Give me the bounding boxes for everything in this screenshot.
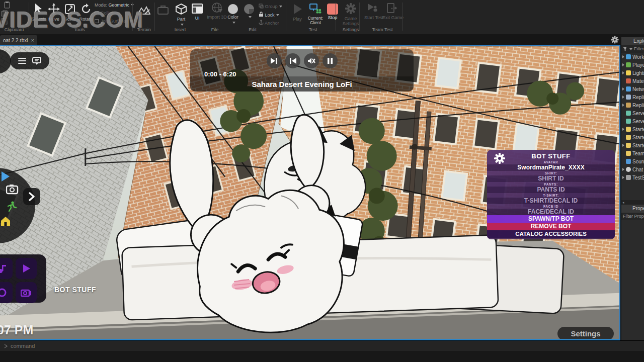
move-tool-button[interactable]: Move [46, 3, 61, 22]
expand-arrow-icon[interactable] [622, 104, 624, 107]
anchor-button[interactable]: Anchor [259, 20, 279, 26]
part-button[interactable]: Part [173, 3, 189, 27]
game-settings-button[interactable]: Settings [557, 327, 614, 340]
tree-item-replicatedfirst[interactable]: ReplicatedFirst [621, 93, 644, 101]
gear-icon[interactable] [611, 36, 619, 44]
tree-item-startergui[interactable]: StarterGui [621, 125, 644, 133]
tree-item-chat[interactable]: Chat [621, 165, 644, 173]
face-id-input[interactable]: FACE/DECAL ID [487, 209, 615, 215]
settings-label: Settings [571, 329, 600, 338]
toolbox-button[interactable] [157, 4, 169, 16]
expand-arrow-icon[interactable] [622, 71, 624, 74]
tree-item-starterpack[interactable]: StarterPack [621, 133, 644, 141]
tree-item-serverstorage[interactable]: ServerStorage [621, 117, 644, 125]
expand-arrow-icon[interactable] [622, 144, 624, 147]
tree-item-serverscriptservice[interactable]: ServerScriptService [621, 109, 644, 117]
tree-item-workspace[interactable]: Workspace [621, 53, 644, 61]
explorer-filter-input[interactable]: Filter [621, 45, 644, 53]
panel-tile-play[interactable] [16, 258, 37, 279]
command-input[interactable] [11, 343, 212, 349]
scale-tool-button[interactable]: Scale [62, 3, 77, 22]
game-viewport[interactable]: 0:00 - 6:20 Sahara Desert Evening LoFi B… [0, 45, 620, 340]
group-button[interactable]: Group [259, 4, 282, 9]
shirt-id-input[interactable]: SHIRT ID [487, 175, 615, 182]
catalog-accessories-button[interactable]: CATALOG ACCESSORIES [487, 230, 615, 238]
server-storage-icon [626, 119, 631, 124]
mode-dropdown[interactable]: Mode: Geometric [95, 3, 134, 8]
expand-arrow-icon[interactable] [622, 168, 624, 171]
tree-item-lighting[interactable]: Lighting [621, 69, 644, 77]
explorer-horizontal-scrollbar[interactable]: ◂ [621, 200, 644, 205]
tree-item-teams[interactable]: Teams [621, 149, 644, 157]
ui-button[interactable]: UI [190, 3, 204, 21]
panel-tile-1[interactable] [0, 258, 13, 279]
tree-item-starterplayer[interactable]: StarterPlayer [621, 141, 644, 149]
color-swatch-icon [228, 4, 238, 14]
chat-icon[interactable] [32, 57, 41, 65]
expand-arrow-icon[interactable] [622, 176, 624, 179]
tree-item-materialservice[interactable]: MaterialService [621, 77, 644, 85]
paste-button[interactable] [3, 1, 11, 10]
color-button[interactable]: Color [225, 4, 240, 25]
expand-arrow-icon[interactable] [622, 87, 624, 90]
join-surfaces-checkbox[interactable]: Join Surfaces [95, 19, 133, 24]
expand-arrow-icon[interactable] [622, 63, 624, 66]
chevron-down-icon [181, 24, 184, 26]
explorer-title: Explorer [621, 37, 644, 45]
workspace-icon [626, 54, 631, 59]
skip-previous-button[interactable] [285, 53, 300, 68]
collisions-checkbox[interactable]: Collisions [95, 11, 120, 16]
expand-chevron-button[interactable] [23, 188, 40, 205]
play-button[interactable]: Play [290, 3, 305, 22]
sound-service-icon [626, 159, 631, 164]
tree-item-players[interactable]: Players [621, 61, 644, 69]
game-settings-button[interactable]: Game Settings [340, 3, 361, 27]
start-test-button[interactable]: Start Test [363, 3, 382, 21]
tree-item-replicatedstorage[interactable]: ReplicatedStorage [621, 101, 644, 109]
copy-button[interactable] [1, 10, 8, 18]
lock-icon [259, 12, 264, 17]
skip-next-icon [271, 58, 278, 64]
starter-pack-icon [626, 135, 631, 140]
remove-bot-button[interactable]: REMOVE BOT [487, 223, 615, 230]
roblox-studio-window: Clipboard Select Move Scale Rotate Mode:… [0, 0, 644, 362]
track-title: Sahara Desert Evening LoFi [190, 76, 414, 92]
expand-arrow-icon[interactable] [622, 128, 624, 131]
current-client-dropdown[interactable]: Current: Client [305, 3, 325, 26]
panel-tile-camera[interactable] [16, 282, 37, 303]
tshirt-id-input[interactable]: T-SHIRT/DECAL ID [487, 198, 615, 204]
mute-button[interactable] [304, 53, 319, 68]
expand-arrow-icon[interactable] [622, 96, 624, 99]
properties-filter-input[interactable]: Filter Properties [621, 213, 644, 220]
pause-button[interactable] [323, 53, 338, 68]
spawn-tp-bot-button[interactable]: SPAWN/TP BOT [487, 215, 615, 223]
pants-id-input[interactable]: PANTS ID [487, 187, 615, 193]
place-tab[interactable]: oat 2.2.rbxl × [0, 35, 37, 45]
run-icon[interactable] [6, 201, 17, 212]
skip-next-button[interactable] [267, 53, 282, 68]
duplicate-button[interactable] [1, 18, 8, 26]
stop-button[interactable]: Stop [325, 4, 340, 21]
tree-item-networkclient[interactable]: NetworkClient [621, 85, 644, 93]
tree-item-testservice[interactable]: TestService [621, 173, 644, 182]
home-icon[interactable] [0, 216, 11, 226]
terrain-group-label: Terrain [137, 27, 151, 32]
camera-icon[interactable] [6, 184, 21, 195]
panel-tile-ring[interactable] [0, 282, 13, 303]
tree-item-soundservice[interactable]: SoundService [621, 157, 644, 165]
properties-panel: Properties Filter Properties [621, 205, 644, 340]
lock-button[interactable]: Lock [259, 12, 279, 18]
close-icon[interactable]: × [31, 37, 34, 43]
rotate-tool-button[interactable]: Rotate [78, 3, 94, 22]
gear-icon[interactable] [494, 152, 506, 164]
exit-game-button[interactable]: Exit Game [382, 3, 401, 21]
material-button[interactable] [242, 4, 256, 20]
import-3d-button[interactable]: Import 3D [206, 2, 227, 20]
avatar-input[interactable]: SwordmanPirate_XXXX [487, 164, 615, 171]
server-script-service-icon [626, 111, 631, 116]
play-triangle-icon[interactable] [1, 171, 10, 182]
select-tool-button[interactable]: Select [30, 3, 45, 22]
expand-arrow-icon[interactable] [622, 55, 624, 58]
menu-icon[interactable] [18, 58, 26, 64]
terrain-editor-button[interactable] [136, 4, 152, 17]
